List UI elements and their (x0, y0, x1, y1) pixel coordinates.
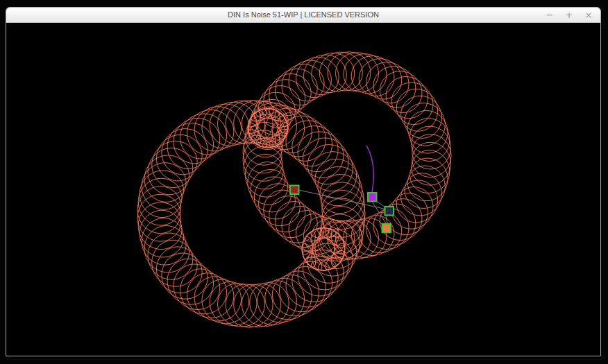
title-bar[interactable]: DIN Is Noise 51-WIP | LICENSED VERSION −… (6, 8, 600, 23)
maximize-button[interactable]: + (564, 8, 574, 22)
close-button[interactable]: × (584, 8, 593, 22)
handle-indigo[interactable] (385, 207, 394, 215)
handle-orange[interactable] (382, 224, 391, 232)
din-window: DIN Is Noise 51-WIP | LICENSED VERSION −… (6, 7, 601, 356)
din-canvas-svg[interactable] (6, 23, 600, 356)
din-canvas[interactable] (6, 23, 600, 356)
rosette-bottom-ellipse (304, 225, 331, 244)
handle-magenta[interactable] (368, 193, 377, 201)
handle-red[interactable] (290, 186, 299, 194)
window-title: DIN Is Noise 51-WIP | LICENSED VERSION (6, 8, 600, 22)
minimize-button[interactable]: − (545, 8, 555, 22)
window-controls: − + × (545, 8, 593, 22)
bezier-curve (366, 146, 373, 193)
rosette-bottom-ellipse (316, 254, 344, 274)
